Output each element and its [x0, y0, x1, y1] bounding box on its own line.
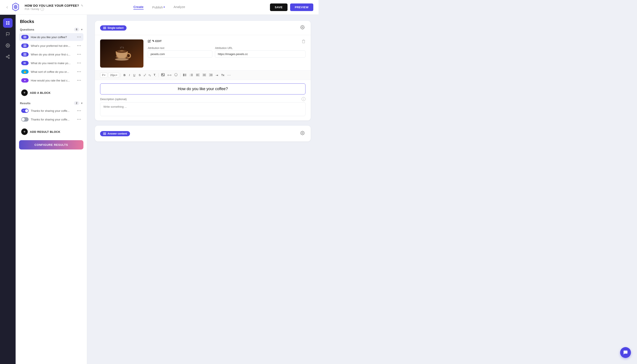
q3-menu[interactable]: ••• [77, 52, 81, 56]
edit-title-icon[interactable]: ✎ [81, 4, 84, 7]
question-item-1[interactable]: How do you like your coffee? ••• [19, 33, 84, 41]
toolbar-text-style-button[interactable]: T. [152, 72, 157, 78]
questions-chevron-icon[interactable]: ▾ [81, 28, 82, 31]
text-toolbar: P▾ 20px▾ B I U S x2 x2 T. [95, 70, 311, 80]
questions-count-badge: 6 [74, 28, 79, 32]
toolbar-more-button[interactable]: ··· [226, 72, 232, 78]
svg-rect-4 [6, 24, 8, 25]
main-content: Single-select [87, 15, 318, 364]
q1-text: How do you like your coffee? [31, 36, 75, 39]
question-item-2[interactable]: What's your preferred hot drin... ••• [19, 42, 84, 50]
add-block-icon: + [21, 90, 28, 96]
svg-rect-19 [24, 53, 26, 54]
svg-point-9 [6, 56, 7, 58]
svg-rect-28 [103, 28, 106, 28]
toolbar-bullet-list-button[interactable] [182, 72, 188, 78]
results-chevron-icon[interactable]: ▾ [81, 102, 82, 105]
q2-menu[interactable]: ••• [77, 44, 81, 48]
delete-image-button[interactable] [302, 40, 306, 44]
result-item-2[interactable]: Thanks for sharing your coffe... ••• [19, 116, 84, 123]
toolbar-align-center-button[interactable] [201, 72, 207, 78]
nav-create[interactable]: Create [134, 5, 144, 10]
toolbar-emoji-button[interactable] [173, 72, 179, 78]
questions-list: How do you like your coffee? ••• What's … [19, 33, 84, 84]
single-select-badge: Single-select [100, 25, 126, 30]
sidebar-item-grid[interactable] [3, 18, 12, 28]
attribution-url-label: Attribution URL [215, 46, 306, 50]
sidebar-item-share[interactable] [3, 52, 12, 62]
sidebar-item-settings[interactable] [3, 41, 12, 50]
r1-menu[interactable]: ••• [77, 109, 81, 113]
nav-publish[interactable]: Publish• [152, 5, 165, 10]
q4-text: What do you need to make yo... [31, 62, 75, 65]
result-item-1[interactable]: Thanks for sharing your coffe... ••• [19, 107, 84, 114]
q4-menu[interactable]: ••• [77, 61, 81, 65]
toolbar-subscript-button[interactable]: x2 [148, 72, 152, 78]
attribution-url-input[interactable] [215, 50, 306, 58]
questions-section-header: Questions 6 ▾ [19, 28, 84, 32]
q5-text: What sort of coffee do you or... [31, 70, 75, 74]
description-info-icon[interactable]: i [302, 97, 306, 101]
toolbar-clear-format-button[interactable]: Tx [220, 73, 226, 78]
toolbar-bold-button[interactable]: B [122, 72, 127, 78]
save-button[interactable]: SAVE [270, 4, 287, 11]
attribution-text-label: Attribution text [148, 46, 212, 50]
svg-rect-29 [103, 28, 106, 29]
logo[interactable] [11, 2, 20, 12]
toolbar-paragraph-select[interactable]: P▾ [100, 72, 107, 78]
question-card-gear-button[interactable] [300, 24, 306, 32]
q1-icon [21, 35, 28, 39]
icon-sidebar [0, 15, 16, 364]
q6-text: How would you rate the last c... [31, 79, 75, 82]
q2-text: What's your preferred hot drin... [31, 44, 75, 48]
svg-rect-16 [24, 45, 26, 45]
attribution-text-input[interactable] [148, 50, 212, 58]
toolbar-italic-button[interactable]: I [128, 72, 131, 78]
sidebar-item-flag[interactable] [3, 30, 12, 39]
edit-link[interactable]: ✎ EDIT [148, 40, 162, 43]
q2-icon [21, 44, 28, 48]
q5-menu[interactable]: ••• [77, 70, 81, 74]
nav-analyze[interactable]: Analyze [174, 5, 185, 10]
svg-line-11 [7, 57, 8, 58]
question-item-3[interactable]: When do you drink your first c... ••• [19, 50, 84, 58]
add-block-button[interactable]: + ADD A BLOCK [19, 88, 84, 98]
question-item-4[interactable]: What do you need to make yo... ••• [19, 59, 84, 67]
toolbar-underline-button[interactable]: U [132, 72, 137, 78]
svg-rect-3 [8, 22, 10, 23]
svg-line-12 [7, 56, 8, 56]
question-text-input[interactable] [100, 84, 306, 94]
info-icon[interactable]: i [40, 7, 44, 11]
svg-rect-13 [24, 36, 26, 36]
attribution-fields: ✎ EDIT Attribution text Attribution URL [148, 40, 306, 58]
toolbar-align-right-button[interactable] [208, 72, 214, 78]
svg-point-38 [175, 73, 178, 76]
toolbar-image-button[interactable] [160, 72, 166, 78]
toolbar-fontsize-select[interactable]: 20px▾ [108, 72, 119, 78]
question-item-6[interactable]: ★ How would you rate the last c... ••• [19, 76, 84, 84]
toolbar-strikethrough-button[interactable]: S [137, 72, 142, 78]
svg-point-8 [8, 55, 10, 56]
description-textarea[interactable] [100, 102, 306, 116]
title-area: HOW DO YOU LIKE YOUR COFFEE? ✎ Poll / Su… [25, 4, 84, 11]
r2-menu[interactable]: ••• [77, 118, 81, 121]
blocks-panel: Blocks Questions 6 ▾ How do you like you… [16, 15, 87, 364]
q1-menu[interactable]: ••• [77, 35, 81, 39]
svg-point-44 [183, 74, 184, 74]
toolbar-indent-button[interactable]: ⇥ [214, 72, 220, 78]
question-item-5[interactable]: 👍 What sort of coffee do you or... ••• [19, 68, 84, 76]
answer-card-gear-button[interactable] [300, 130, 306, 137]
results-count-badge: 2 [74, 101, 79, 105]
back-button[interactable] [5, 6, 9, 9]
survey-subtitle: Poll / Survey [25, 8, 39, 10]
toolbar-superscript-button[interactable]: x2 [142, 72, 147, 78]
preview-button[interactable]: PREVIEW [290, 4, 313, 11]
svg-rect-15 [24, 38, 26, 38]
add-result-button[interactable]: + ADD RESULT BLOCK [19, 127, 84, 137]
toolbar-numbered-list-button[interactable]: 123 [188, 72, 194, 78]
svg-rect-62 [103, 132, 106, 133]
q6-menu[interactable]: ••• [77, 78, 81, 82]
toolbar-align-left-button[interactable] [195, 72, 201, 78]
toolbar-link-button[interactable] [166, 72, 172, 78]
configure-results-button[interactable]: CONFIGURE RESULTS [19, 140, 84, 150]
